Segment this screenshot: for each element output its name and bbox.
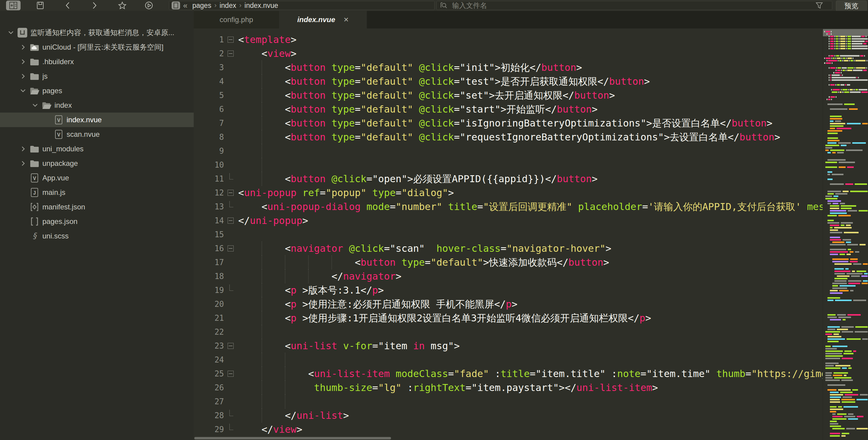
folder-open-icon <box>28 87 40 95</box>
fold-toggle-icon[interactable] <box>227 245 234 251</box>
minimap-segment <box>835 58 836 59</box>
fold-toggle-icon[interactable] <box>227 343 234 349</box>
code-line[interactable]: 5 <button type="default" @click="set">去开… <box>194 88 823 102</box>
code-line[interactable]: 29 </view> <box>194 422 823 436</box>
tree-item-manifest.json[interactable]: manifest.json <box>0 200 211 214</box>
code-line[interactable]: 22 <box>194 325 823 339</box>
fold-toggle-icon[interactable] <box>227 51 234 57</box>
minimap-segment <box>828 300 833 301</box>
code-line[interactable]: 26 thumb-size="lg" :rightText="item.pays… <box>194 381 823 395</box>
minimap-segment <box>838 215 850 216</box>
minimap-segment <box>840 91 842 93</box>
minimap-segment <box>853 300 867 301</box>
fold-toggle-icon[interactable] <box>227 37 234 43</box>
code-line[interactable]: 9 <box>194 144 823 158</box>
code-line[interactable]: 24 <box>194 353 823 367</box>
code-line[interactable]: 10 <box>194 158 823 172</box>
code-line[interactable]: 13 <uni-popup-dialog mode="number" title… <box>194 200 823 214</box>
minimap-segment <box>825 353 842 354</box>
fold-toggle-icon[interactable] <box>227 371 234 377</box>
code-line[interactable]: 6 <button type="default" @click="start">… <box>194 102 823 116</box>
favorites-button[interactable] <box>117 1 127 10</box>
run-button[interactable] <box>144 1 154 10</box>
code-line[interactable]: 27 <box>194 395 823 409</box>
code-line[interactable]: 3 <button type="default" @click="init">初… <box>194 61 823 74</box>
code-line[interactable]: 2 <view> <box>194 46 823 61</box>
minimap[interactable] <box>823 28 868 440</box>
code-text: <uni-list-item modeClass="fade" :title="… <box>238 367 823 381</box>
code-line[interactable]: 1<template> <box>194 33 823 46</box>
hbuilderx-window: « pages›index›index.nvue 输入文件名 预览 监听通知栏内… <box>0 0 868 440</box>
chevron-right-icon[interactable] <box>18 160 28 167</box>
token: uni-popup <box>250 215 302 226</box>
code-line[interactable]: 21 <p >使用步骤:1开启通知权限2设置白名单3开始监听4微信必须开启通知栏… <box>194 311 823 325</box>
fold-toggle-icon[interactable] <box>227 218 234 224</box>
indent-guide <box>261 353 262 367</box>
minimap-segment <box>842 433 849 434</box>
tree-item-js[interactable]: js <box>0 69 211 84</box>
chevron-down-icon[interactable] <box>18 88 28 94</box>
tree-item-.hbuilderx[interactable]: .hbuilderx <box>0 55 211 69</box>
minimap-segment <box>837 152 844 153</box>
tree-item-uni.scss[interactable]: §uni.scss <box>0 229 211 243</box>
tree-item--...[interactable]: 监听通知栏内容，获取通知栏消息，安卓原... <box>0 25 199 40</box>
tree-item-main.js[interactable]: Jmain.js <box>0 185 211 200</box>
minimap-segment <box>837 314 846 316</box>
chevron-right-icon[interactable] <box>18 58 28 65</box>
tree-item-app.vue[interactable]: VApp.vue <box>0 171 211 185</box>
forward-button[interactable] <box>90 1 99 10</box>
fold-toggle-icon[interactable] <box>227 190 234 196</box>
save-button[interactable] <box>36 1 45 10</box>
tree-item-index[interactable]: index <box>0 98 223 113</box>
code-line[interactable]: 28 </uni-list> <box>194 409 823 422</box>
token: v-for <box>343 340 372 352</box>
chevron-right-icon[interactable] <box>18 73 28 80</box>
token: view <box>267 48 290 59</box>
breadcrumb-segment[interactable]: index <box>219 1 236 10</box>
tab-index.nvue[interactable]: index.nvue× <box>279 11 367 28</box>
code-line[interactable]: 4 <button type="default" @click="test">是… <box>194 74 823 88</box>
project-manager-toggle-button[interactable] <box>6 1 21 10</box>
code-line[interactable]: 20 <p >使用注意:必须开启通知权限 手机不能黑屏</p> <box>194 297 823 311</box>
code-line[interactable]: 11 <button @click="open">必须设置APPID({{app… <box>194 172 823 186</box>
tree-item-unicloud---[interactable]: uniCloud - [阿里云:未关联云服务空间] <box>0 40 211 55</box>
breadcrumb-segment[interactable]: pages <box>192 1 211 10</box>
horizontal-scrollbar[interactable] <box>194 437 391 439</box>
chevron-down-icon[interactable] <box>30 102 40 108</box>
breadcrumb-collapse-icon[interactable]: « <box>183 1 187 10</box>
code-line[interactable]: 18 </navigator> <box>194 269 823 283</box>
minimap-viewport[interactable] <box>823 29 868 36</box>
tree-item-pages.json[interactable]: pages.json <box>0 214 211 229</box>
minimap-segment <box>830 224 839 226</box>
token: "dialog" <box>401 187 448 198</box>
project-explorer[interactable]: 监听通知栏内容，获取通知栏消息，安卓原...uniCloud - [阿里云:未关… <box>0 11 194 440</box>
code-editor[interactable]: 1<template>2 <view>3 <button type="defau… <box>194 28 823 440</box>
breadcrumb-segment[interactable]: index.nvue <box>245 1 278 10</box>
file-search-field[interactable]: 输入文件名 <box>436 1 832 10</box>
chevron-right-icon[interactable] <box>18 43 28 51</box>
code-line[interactable]: 15 <box>194 227 823 242</box>
minimap-segment <box>851 36 861 37</box>
code-line[interactable]: 17 <button type="default">快速添加收款码</butto… <box>194 255 823 269</box>
minimap-segment <box>857 399 868 400</box>
filter-button[interactable] <box>814 1 825 10</box>
tree-item-pages[interactable]: pages <box>0 84 211 98</box>
code-line[interactable]: 7 <button type="default" @click="isIgnor… <box>194 116 823 130</box>
code-line[interactable]: 12<uni-popup ref="popup" type="dialog"> <box>194 186 823 200</box>
chevron-right-icon[interactable] <box>18 145 28 153</box>
code-line[interactable]: 25 <uni-list-item modeClass="fade" :titl… <box>194 367 823 381</box>
code-line[interactable]: 16 <navigator @click="scan" hover-class=… <box>194 242 823 255</box>
preview-button[interactable]: 预览 <box>836 1 867 11</box>
tab-config.php[interactable]: config.php <box>194 11 279 28</box>
token: > <box>290 34 296 45</box>
code-line[interactable]: 8 <button type="default" @click="request… <box>194 130 823 144</box>
code-line[interactable]: 19 <p >版本号:3.1</p> <box>194 283 823 297</box>
tree-item-unpackage[interactable]: unpackage <box>0 156 211 171</box>
code-line[interactable]: 23 <uni-list v-for="item in msg"> <box>194 339 823 353</box>
tree-item-uni_modules[interactable]: uni_modules <box>0 142 211 156</box>
back-button[interactable] <box>64 1 73 10</box>
chevron-down-icon[interactable] <box>5 29 17 36</box>
minimap-segment <box>842 74 843 76</box>
code-line[interactable]: 14</uni-popup> <box>194 214 823 227</box>
tab-close-icon[interactable]: × <box>344 15 349 25</box>
